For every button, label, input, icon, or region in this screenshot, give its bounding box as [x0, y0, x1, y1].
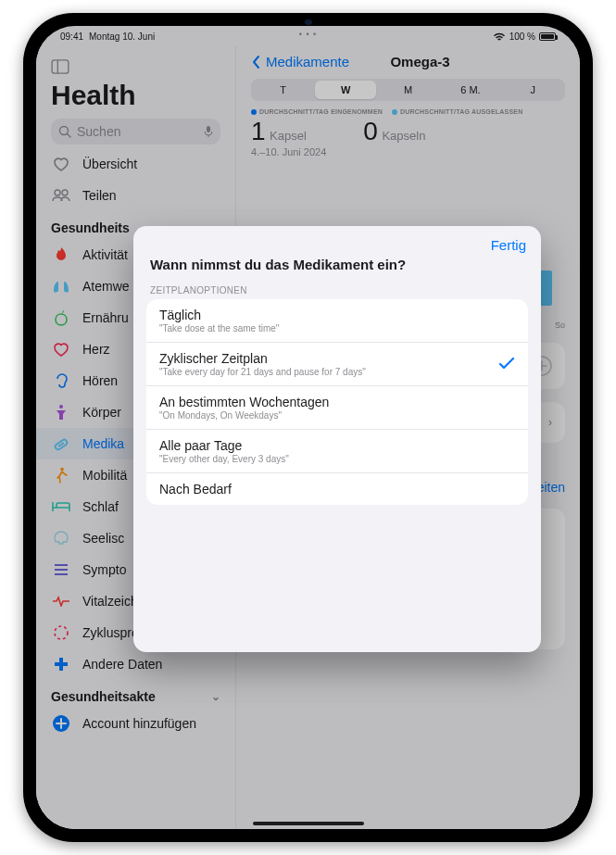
sheet-question: Wann nimmst du das Medikament ein?: [133, 255, 541, 280]
schedule-option[interactable]: Täglich"Take dose at the same time": [146, 299, 528, 343]
ipad-screen: 09:41 Montag 10. Juni • • • 100 % Health…: [36, 26, 580, 829]
home-indicator[interactable]: [253, 822, 364, 825]
schedule-option[interactable]: An bestimmten Wochentagen"On Mondays, On…: [146, 386, 528, 430]
option-subtitle: "On Mondays, On Weekdays": [159, 410, 329, 421]
option-title: Täglich: [159, 308, 279, 322]
option-title: Alle paar Tage: [159, 438, 289, 453]
camera-indicator: [305, 19, 312, 25]
option-subtitle: "Take every day for 21 days and pause fo…: [159, 367, 366, 377]
schedule-option[interactable]: Alle paar Tage"Every other day, Every 3 …: [146, 430, 528, 473]
schedule-option[interactable]: Nach Bedarf: [146, 473, 528, 505]
schedule-option-list: Täglich"Take dose at the same time"Zykli…: [146, 299, 528, 505]
option-subtitle: "Take dose at the same time": [159, 323, 279, 333]
done-button[interactable]: Fertig: [491, 237, 526, 253]
option-title: An bestimmten Wochentagen: [159, 395, 329, 409]
ipad-frame: 09:41 Montag 10. Juni • • • 100 % Health…: [23, 13, 593, 842]
option-title: Nach Bedarf: [159, 482, 232, 497]
schedule-sheet: Fertig Wann nimmst du das Medikament ein…: [133, 226, 541, 652]
sheet-group-title: Zeitplanoptionen: [133, 280, 541, 299]
schedule-option[interactable]: Zyklischer Zeitplan"Take every day for 2…: [146, 343, 528, 386]
checkmark-icon: [498, 358, 515, 371]
option-subtitle: "Every other day, Every 3 days": [159, 454, 289, 464]
option-title: Zyklischer Zeitplan: [159, 351, 366, 366]
